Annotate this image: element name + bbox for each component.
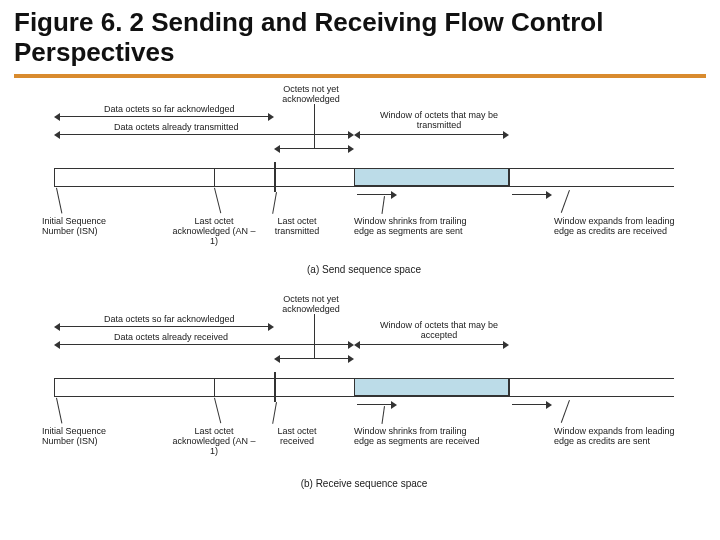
a-caption: (a) Send sequence space [254, 264, 474, 275]
figure-title: Figure 6. 2 Sending and Receiving Flow C… [0, 0, 720, 74]
b-last-rx: Last octet received [262, 426, 332, 447]
a-expand: Window expands from leading edge as cred… [554, 216, 684, 237]
b-expand: Window expands from leading edge as cred… [554, 426, 684, 447]
b-not-yet-ack: Octets not yet acknowledged [266, 294, 356, 315]
b-last-ack: Last octet acknowledged (AN – 1) [169, 426, 259, 457]
a-already-tx: Data octets already transmitted [114, 122, 239, 132]
b-shrink: Window shrinks from trailing edge as seg… [354, 426, 484, 447]
b-isn: Initial Sequence Number (ISN) [42, 426, 122, 447]
a-ack-so-far: Data octets so far acknowledged [104, 104, 235, 114]
a-isn: Initial Sequence Number (ISN) [42, 216, 122, 237]
a-shrink: Window shrinks from trailing edge as seg… [354, 216, 474, 237]
a-window-tx: Window of octets that may be transmitted [374, 110, 504, 131]
a-last-tx: Last octet transmitted [262, 216, 332, 237]
b-window-rx: Window of octets that may be accepted [374, 320, 504, 341]
b-ack-so-far: Data octets so far acknowledged [104, 314, 235, 324]
diagram: Data octets so far acknowledged Data oct… [14, 86, 706, 526]
a-not-yet-ack: Octets not yet acknowledged [266, 84, 356, 105]
b-already-rx: Data octets already received [114, 332, 228, 342]
title-underline [14, 74, 706, 78]
a-last-ack: Last octet acknowledged (AN – 1) [169, 216, 259, 247]
b-caption: (b) Receive sequence space [254, 478, 474, 489]
